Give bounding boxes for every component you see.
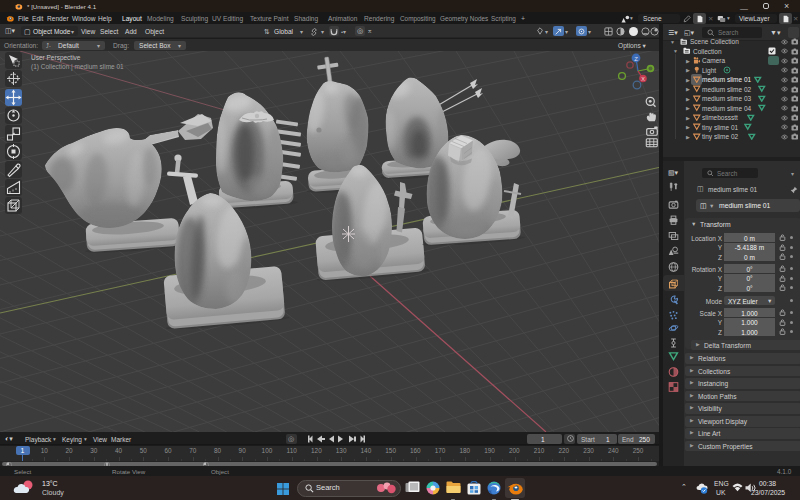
svg-text:Z: Z [634, 56, 638, 62]
svg-text:X: X [641, 76, 645, 82]
